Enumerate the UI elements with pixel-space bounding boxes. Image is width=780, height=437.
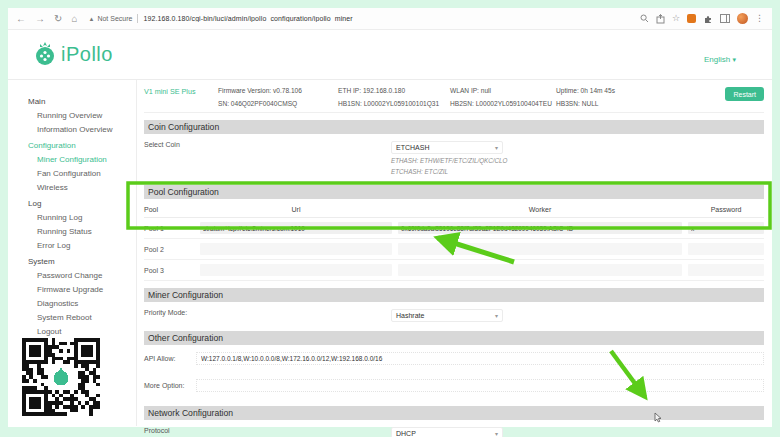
coin-configuration-header: Coin Configuration: [144, 120, 764, 134]
pool3-url-input[interactable]: [200, 264, 392, 276]
pool3-label: Pool 3: [144, 267, 194, 274]
protocol-value: DHCP: [396, 430, 416, 437]
table-row-pool1: Pool 1: [144, 218, 764, 239]
eth-ip: ETH IP: 192.168.0.180: [338, 87, 450, 94]
omnibox-divider: [137, 14, 138, 23]
sidebar-item-fan-configuration[interactable]: Fan Configuration: [28, 169, 136, 178]
address-bar[interactable]: ▲ Not Secure 192.168.0.180/cgi-bin/luci/…: [88, 11, 629, 26]
browser-window: ← → ↻ ⌂ ▲ Not Secure 192.168.0.180/cgi-b…: [8, 8, 772, 427]
forward-icon[interactable]: →: [35, 14, 45, 24]
sidebar-item-system-reboot[interactable]: System Reboot: [28, 313, 136, 322]
screenshot-frame: ← → ↻ ⌂ ▲ Not Secure 192.168.0.180/cgi-b…: [0, 0, 780, 437]
language-label: English: [704, 55, 730, 64]
sidebar-item-miner-configuration[interactable]: Miner Configuration: [28, 155, 136, 164]
sidebar-item-firmware-upgrade[interactable]: Firmware Upgrade: [28, 285, 136, 294]
pineapple-logo-icon: [34, 41, 56, 67]
pool2-password-input[interactable]: [688, 243, 764, 255]
table-row-pool2: Pool 2: [144, 239, 764, 260]
uptime: Uptime: 0h 14m 45s: [556, 87, 684, 94]
coin-help-line-1: ETHASH: ETHW/ETF/ETC/ZIL/QKC/CLO: [391, 156, 508, 165]
sidebar-item-wireless[interactable]: Wireless: [28, 183, 136, 192]
brand-name: iPollo: [61, 43, 113, 66]
sidebar-item-logout[interactable]: Logout: [28, 327, 136, 336]
device-model: V1 mini SE Plus: [144, 87, 218, 107]
chevron-down-icon: ▾: [732, 56, 736, 63]
hb2-serial: HB2SN: L00002YL059100404TEU: [450, 100, 556, 107]
priority-mode-select[interactable]: Hashrate ▾: [391, 309, 503, 322]
browser-toolbar: ← → ↻ ⌂ ▲ Not Secure 192.168.0.180/cgi-b…: [8, 8, 772, 30]
pool-table: Pool Url Worker Password Pool 1 Pool 2: [144, 201, 764, 281]
url-text: 192.168.0.180/cgi-bin/luci/admin/ipollo_…: [143, 15, 352, 22]
pool1-worker-input[interactable]: [398, 222, 682, 234]
reload-icon[interactable]: ↻: [54, 14, 62, 24]
profile-avatar[interactable]: [737, 13, 748, 24]
col-password: Password: [688, 206, 764, 213]
col-pool: Pool: [144, 206, 194, 213]
sidebar-item-error-log[interactable]: Error Log: [28, 241, 136, 250]
language-selector[interactable]: English ▾: [704, 55, 736, 64]
more-option-input[interactable]: [196, 379, 764, 392]
serial-number: SN: 046Q02PF0040CMSQ: [218, 100, 338, 107]
protocol-select[interactable]: DHCP ▾: [391, 427, 503, 437]
restart-button[interactable]: Restart: [725, 87, 764, 101]
side-panel-icon[interactable]: [720, 14, 730, 23]
wallet-extension-icon[interactable]: [687, 14, 696, 23]
coin-select[interactable]: ETCHASH ▾: [391, 141, 503, 154]
sidebar: Main Running Overview Information Overvi…: [8, 80, 137, 426]
priority-mode-value: Hashrate: [396, 312, 424, 319]
main-content: V1 mini SE Plus Firmware Version: v0.78.…: [137, 80, 772, 426]
share-icon[interactable]: [656, 14, 665, 24]
pool3-password-input[interactable]: [688, 264, 764, 276]
pool3-worker-input[interactable]: [398, 264, 682, 276]
sidebar-item-running-status[interactable]: Running Status: [28, 227, 136, 236]
pool1-password-input[interactable]: [688, 222, 764, 234]
sidebar-item-diagnostics[interactable]: Diagnostics: [28, 299, 136, 308]
api-allow-input[interactable]: [196, 352, 764, 365]
firmware-version: Firmware Version: v0.78.106: [218, 87, 338, 94]
extensions-puzzle-icon[interactable]: [703, 14, 713, 24]
coin-select-value: ETCHASH: [396, 144, 429, 151]
network-configuration-header: Network Configuration: [144, 406, 764, 420]
sidebar-item-information-overview[interactable]: Information Overview: [28, 125, 136, 134]
sidebar-section-configuration: Configuration: [28, 141, 136, 150]
priority-mode-label: Priority Mode:: [144, 309, 391, 322]
browser-menu-icon[interactable]: ⋮: [755, 14, 764, 23]
home-icon[interactable]: ⌂: [71, 14, 77, 24]
more-option-label: More Option:: [144, 382, 196, 389]
sidebar-section-system: System: [28, 257, 136, 266]
app-header: iPollo English ▾: [8, 30, 772, 80]
sidebar-section-log: Log: [28, 199, 136, 208]
miner-configuration-header: Miner Configuration: [144, 288, 764, 302]
select-coin-label: Select Coin: [144, 141, 391, 176]
chevron-down-icon: ▾: [495, 430, 498, 437]
hb1-serial: HB1SN: L00002YL059100101Q31: [338, 100, 450, 107]
pool-configuration-header: Pool Configuration: [144, 185, 764, 199]
back-icon[interactable]: ←: [16, 14, 26, 24]
coin-help-line-2: ETCHASH: ETC/ZIL: [391, 167, 508, 176]
sidebar-item-running-log[interactable]: Running Log: [28, 213, 136, 222]
wlan-ip: WLAN IP: null: [450, 87, 556, 94]
sidebar-item-password-change[interactable]: Password Change: [28, 271, 136, 280]
col-worker: Worker: [398, 206, 682, 213]
pool-table-header-row: Pool Url Worker Password: [144, 201, 764, 218]
sidebar-item-running-overview[interactable]: Running Overview: [28, 111, 136, 120]
sidebar-section-main: Main: [28, 97, 136, 106]
qr-code: [22, 338, 100, 416]
pool1-url-input[interactable]: [200, 222, 392, 234]
bookmark-star-icon[interactable]: ☆: [672, 14, 680, 23]
chevron-down-icon: ▾: [495, 144, 498, 151]
protocol-label: Protocol: [144, 427, 391, 437]
col-url: Url: [200, 206, 392, 213]
device-info-bar: V1 mini SE Plus Firmware Version: v0.78.…: [144, 80, 764, 113]
search-icon[interactable]: [640, 14, 649, 23]
pool1-label: Pool 1: [144, 225, 194, 232]
not-secure-label: Not Secure: [97, 15, 132, 22]
api-allow-label: API Allow:: [144, 355, 196, 362]
table-row-pool3: Pool 3: [144, 260, 764, 281]
ipollo-logo: iPollo: [34, 41, 113, 67]
hb3-serial: HB3SN: NULL: [556, 100, 684, 107]
pool2-worker-input[interactable]: [398, 243, 682, 255]
chevron-down-icon: ▾: [495, 312, 498, 319]
pool2-label: Pool 2: [144, 246, 194, 253]
pool2-url-input[interactable]: [200, 243, 392, 255]
